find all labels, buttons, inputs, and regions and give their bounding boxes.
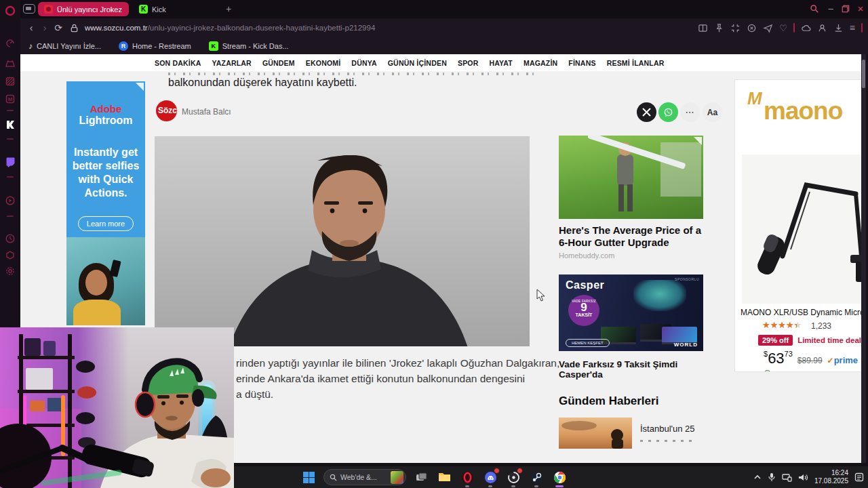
scrollbar-thumb[interactable] xyxy=(862,60,865,88)
download-icon[interactable] xyxy=(833,23,844,33)
sync-cloud-icon[interactable] xyxy=(801,23,811,33)
nav-gunun-icinden[interactable]: GÜNÜN İÇİNDEN xyxy=(388,59,447,67)
adchoices-icon[interactable] xyxy=(136,83,144,91)
nav-gundem[interactable]: GÜNDEM xyxy=(262,59,295,67)
player-icon[interactable] xyxy=(5,195,16,206)
nav-dunya[interactable]: DÜNYA xyxy=(351,59,376,67)
send-icon[interactable] xyxy=(763,23,773,33)
tab-kick[interactable]: K Kick xyxy=(133,2,214,16)
history-icon[interactable] xyxy=(5,233,16,244)
hot-tabs-icon[interactable] xyxy=(5,76,16,87)
casper-cta-button[interactable]: HEMEN KEŞFET xyxy=(566,339,610,347)
microphone-icon[interactable] xyxy=(768,472,776,482)
casper-logo: Casper xyxy=(566,279,604,291)
close-button[interactable]: × xyxy=(854,3,867,15)
share-more-button[interactable]: ⋯ xyxy=(680,102,700,122)
nav-resmi-ilanlar[interactable]: RESMİ İLANLAR xyxy=(607,59,665,67)
page-scrollbar[interactable] xyxy=(861,54,866,463)
ad-maono-amazon[interactable]: M maono MAONO XLR/USB Dynamic Microphone… xyxy=(734,79,866,372)
snapshot-icon[interactable] xyxy=(730,23,741,33)
sozcu-author-logo: Sözcü xyxy=(156,100,177,121)
mouse-cursor xyxy=(536,289,546,302)
cast-screen-icon[interactable] xyxy=(782,473,792,482)
bookmark-kick-dashboard[interactable]: K Stream - Kick Das... xyxy=(209,41,289,51)
search-icon[interactable] xyxy=(808,3,821,15)
kick-sidebar-icon[interactable] xyxy=(5,119,16,130)
maono-product-title[interactable]: MAONO XLR/USB Dynamic Microphone xyxy=(741,308,866,317)
ad-lightroom[interactable]: Adobe Lightroom Instantly get better sel… xyxy=(66,81,145,325)
ad-casper-banner[interactable]: Casper SPONSORLU VADE FARKSIZ 9 TAKSİT H… xyxy=(559,274,703,351)
bookmark-restream[interactable]: R Home - Restream xyxy=(119,41,191,51)
article-subtitle: balkonundan düşerek hayatını kaybetti. xyxy=(168,77,357,89)
rating-count[interactable]: 1,233 xyxy=(811,321,831,331)
nav-magazin[interactable]: MAGAZİN xyxy=(524,59,557,67)
news-list-item[interactable]: İstanbul'un 25 xyxy=(559,418,703,449)
gx-games-icon[interactable] xyxy=(5,58,16,69)
menu-icon[interactable]: ≡ xyxy=(850,22,855,33)
nav-yazarlar[interactable]: YAZARLAR xyxy=(212,59,252,67)
ad-gutter-image[interactable] xyxy=(559,136,703,219)
rating-stars[interactable]: ★★★★★ ★★★★★ xyxy=(762,320,802,330)
running-indicator xyxy=(511,485,515,487)
minimize-button[interactable]: – xyxy=(825,3,837,15)
notification-center-icon[interactable] xyxy=(854,472,864,482)
sozcu-favicon xyxy=(44,5,53,14)
back-button[interactable]: ‹ xyxy=(24,22,38,33)
split-view-icon[interactable] xyxy=(698,23,708,33)
maono-product-image xyxy=(742,155,866,304)
gutter-ad-source: Homebuddy.com xyxy=(559,251,703,260)
nav-finans[interactable]: FİNANS xyxy=(568,59,595,67)
volume-icon[interactable] xyxy=(798,473,808,482)
active-indicator xyxy=(555,485,564,487)
clock-date: 17.08.2025 xyxy=(814,477,848,486)
share-x-button[interactable] xyxy=(637,102,656,122)
task-view-button[interactable] xyxy=(413,469,429,485)
nav-ekonomi[interactable]: EKONOMİ xyxy=(306,59,341,67)
restore-button[interactable] xyxy=(840,3,852,15)
casper-caption[interactable]: Vade Farksız 9 Taksit Şimdi Casper'da xyxy=(559,359,703,380)
nav-hayat[interactable]: HAYAT xyxy=(489,59,512,67)
pin-icon[interactable] xyxy=(714,23,724,33)
app-circle-icon[interactable] xyxy=(505,469,521,485)
new-tab-button[interactable]: + xyxy=(222,3,235,15)
nav-son-dakika[interactable]: SON DAKİKA xyxy=(155,59,201,67)
tab-active-article[interactable]: Ünlü yayıncı Jrokez haya xyxy=(38,2,129,16)
windows-start-button[interactable] xyxy=(300,469,317,485)
gx-corner-icon[interactable] xyxy=(5,38,16,49)
chrome-icon[interactable] xyxy=(551,469,568,485)
gutter-ad-headline[interactable]: Here's The Average Price of a 6-Hour Gut… xyxy=(559,224,703,249)
system-tray: 16:24 17.08.2025 xyxy=(753,469,864,486)
section-gundem-haberleri: Gündem Haberleri xyxy=(559,394,703,408)
opera-gx-logo[interactable] xyxy=(5,5,16,16)
font-size-button[interactable]: Aa xyxy=(703,102,722,122)
profile-icon[interactable] xyxy=(817,23,827,33)
favorites-heart-icon[interactable]: ♡ xyxy=(779,23,787,33)
twitch-sidebar-icon[interactable] xyxy=(5,157,16,167)
url-text[interactable]: www.sozcu.com.tr/unlu-yayinci-jrokez-bal… xyxy=(85,24,375,32)
messenger-icon[interactable]: M xyxy=(5,94,16,104)
workspace-icon[interactable] xyxy=(23,4,35,14)
reload-button[interactable]: ⟳ xyxy=(52,22,65,33)
forward-button[interactable]: › xyxy=(38,22,52,33)
tray-chevron-icon[interactable] xyxy=(753,473,762,481)
news-thumbnail xyxy=(559,418,632,449)
nav-spor[interactable]: SPOR xyxy=(458,59,479,67)
opera-gx-taskbar-icon[interactable] xyxy=(459,469,475,485)
tab-title: Ünlü yayıncı Jrokez haya xyxy=(57,5,123,14)
taskbar-search[interactable]: Web'de &... xyxy=(323,469,406,485)
file-explorer-icon[interactable] xyxy=(436,469,452,485)
extensions-icon[interactable] xyxy=(5,249,16,260)
share-whatsapp-button[interactable] xyxy=(658,102,678,122)
taskbar-clock[interactable]: 16:24 17.08.2025 xyxy=(814,469,848,486)
adblock-icon[interactable] xyxy=(747,23,757,33)
bookmark-tiktok-live[interactable]: ♪ CANLI Yayını İzle... xyxy=(28,41,101,51)
article-author[interactable]: Mustafa Balcı xyxy=(182,107,231,117)
settings-gear-icon[interactable] xyxy=(5,266,16,277)
casper-taksit-badge: VADE FARKSIZ 9 TAKSİT xyxy=(568,295,599,326)
discord-icon[interactable] xyxy=(482,469,498,485)
lightroom-cta-button[interactable]: Learn more xyxy=(78,216,134,231)
search-doodle-icon[interactable] xyxy=(391,471,403,484)
lock-icon[interactable] xyxy=(69,23,79,33)
steam-icon[interactable] xyxy=(528,469,545,485)
lightroom-photo xyxy=(66,237,145,325)
